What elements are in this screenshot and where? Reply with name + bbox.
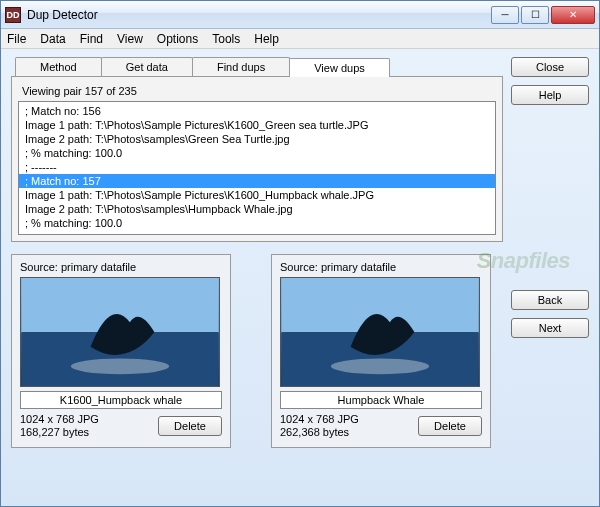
thumbnail-right[interactable] — [280, 277, 480, 387]
tab-method[interactable]: Method — [15, 57, 102, 76]
image-meta-left: 1024 x 768 JPG 168,227 bytes — [20, 413, 99, 439]
close-button[interactable]: Close — [511, 57, 589, 77]
close-window-button[interactable]: ✕ — [551, 6, 595, 24]
list-item-selected[interactable]: ; Match no: 157 — [19, 174, 495, 188]
next-button[interactable]: Next — [511, 318, 589, 338]
list-item[interactable]: Image 2 path: T:\Photos\samples\Green Se… — [19, 132, 495, 146]
menu-file[interactable]: File — [7, 32, 26, 46]
list-item[interactable]: ; ------- — [19, 160, 495, 174]
tab-panel: Viewing pair 157 of 235 ; Match no: 156 … — [11, 76, 503, 242]
list-item[interactable]: ; Match no: 156 — [19, 104, 495, 118]
menu-find[interactable]: Find — [80, 32, 103, 46]
delete-left-button[interactable]: Delete — [158, 416, 222, 436]
titlebar: DD Dup Detector ─ ☐ ✕ — [1, 1, 599, 29]
image-name-left: K1600_Humpback whale — [20, 391, 222, 409]
thumbnail-left[interactable] — [20, 277, 220, 387]
tab-strip: Method Get data Find dups View dups — [15, 57, 503, 76]
preview-left: Source: primary datafile K1600_Humpback … — [11, 254, 231, 448]
list-item[interactable]: ; % matching: 100.0 — [19, 146, 495, 160]
svg-point-2 — [71, 359, 169, 375]
preview-row: Source: primary datafile K1600_Humpback … — [11, 254, 503, 448]
match-list[interactable]: ; Match no: 156 Image 1 path: T:\Photos\… — [18, 101, 496, 235]
menu-data[interactable]: Data — [40, 32, 65, 46]
client-area: Method Get data Find dups View dups View… — [1, 49, 599, 506]
viewing-pair-label: Viewing pair 157 of 235 — [22, 85, 496, 97]
list-item[interactable]: ; % matching: 100.0 — [19, 216, 495, 230]
delete-right-button[interactable]: Delete — [418, 416, 482, 436]
source-label-right: Source: primary datafile — [280, 261, 482, 273]
maximize-button[interactable]: ☐ — [521, 6, 549, 24]
image-meta-right: 1024 x 768 JPG 262,368 bytes — [280, 413, 359, 439]
tab-finddups[interactable]: Find dups — [192, 57, 290, 76]
list-item[interactable]: ; ------- — [19, 230, 495, 235]
menu-view[interactable]: View — [117, 32, 143, 46]
source-label-left: Source: primary datafile — [20, 261, 222, 273]
preview-right: Source: primary datafile Humpback Whale … — [271, 254, 491, 448]
minimize-button[interactable]: ─ — [491, 6, 519, 24]
image-name-right: Humpback Whale — [280, 391, 482, 409]
window-title: Dup Detector — [27, 8, 98, 22]
menu-tools[interactable]: Tools — [212, 32, 240, 46]
app-window: DD Dup Detector ─ ☐ ✕ File Data Find Vie… — [0, 0, 600, 507]
menu-options[interactable]: Options — [157, 32, 198, 46]
list-item[interactable]: Image 1 path: T:\Photos\Sample Pictures\… — [19, 188, 495, 202]
app-icon: DD — [5, 7, 21, 23]
back-button[interactable]: Back — [511, 290, 589, 310]
right-button-column: Close Help Back Next — [511, 57, 589, 496]
list-item[interactable]: Image 1 path: T:\Photos\Sample Pictures\… — [19, 118, 495, 132]
svg-point-5 — [331, 359, 429, 375]
menu-help[interactable]: Help — [254, 32, 279, 46]
help-button[interactable]: Help — [511, 85, 589, 105]
tab-getdata[interactable]: Get data — [101, 57, 193, 76]
tab-viewdups[interactable]: View dups — [289, 58, 390, 77]
list-item[interactable]: Image 2 path: T:\Photos\samples\Humpback… — [19, 202, 495, 216]
menubar: File Data Find View Options Tools Help — [1, 29, 599, 49]
